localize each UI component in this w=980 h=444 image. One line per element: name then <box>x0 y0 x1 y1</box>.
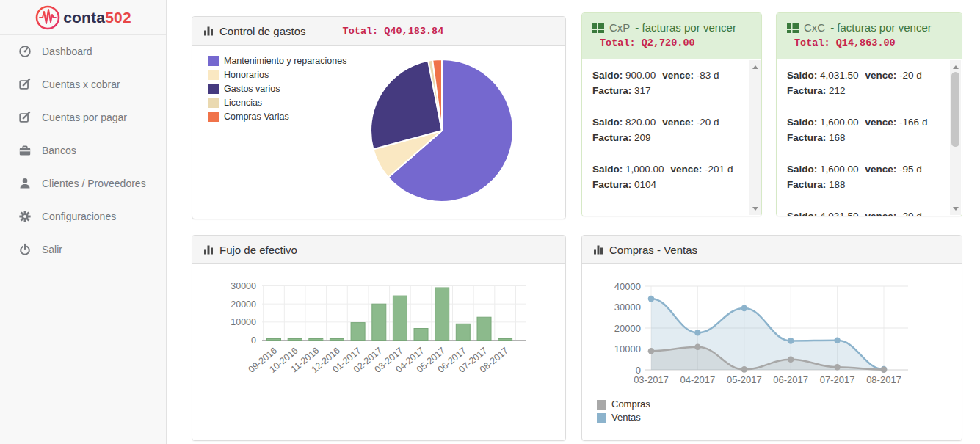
legend-swatch <box>208 98 219 108</box>
invoice-row: Saldo: 900.00vence: -83 dFactura: 317 <box>582 59 761 106</box>
invoice-row: Saldo: 1,000.00vence: -201 dFactura: 010… <box>582 153 761 200</box>
svg-text:40000: 40000 <box>614 281 641 292</box>
cxc-scrollbar[interactable] <box>950 60 961 215</box>
th-list-icon <box>787 23 799 33</box>
edit-icon <box>18 111 32 124</box>
legend-item: Mantenimiento y reparaciones <box>208 56 346 66</box>
compras-ventas-legend: ComprasVentas <box>597 399 650 426</box>
panel-title: Compras - Ventas <box>609 244 697 256</box>
invoice-row: Saldo: 820.00vence: -20 dFactura: 209 <box>582 106 761 153</box>
sidebar-item-clientes-proveedores[interactable]: Clientes / Proveedores <box>0 167 166 200</box>
power-icon <box>18 243 32 256</box>
expense-legend: Mantenimiento y reparacionesHonorariosGa… <box>208 56 346 125</box>
user-icon <box>18 177 32 190</box>
bar-chart-icon <box>203 244 214 255</box>
bar-chart-icon <box>593 244 603 255</box>
legend-item: Licencias <box>208 98 346 108</box>
panel-flujo-efectivo: Fujo de efectivo 010000200003000009-2016… <box>192 235 566 441</box>
cxc-invoice-list: Saldo: 4,031.50vence: -20 dFactura: 212S… <box>777 59 962 216</box>
panel-title-rest: - facturas por vencer <box>830 21 932 34</box>
scroll-thumb[interactable] <box>951 72 959 147</box>
bar-chart-icon <box>203 26 214 36</box>
legend-swatch <box>208 84 219 94</box>
svg-text:04-2017: 04-2017 <box>680 374 716 385</box>
cxp-scrollbar[interactable] <box>749 60 761 215</box>
sidebar-item-label: Salir <box>42 244 62 255</box>
panel-title: Control de gastos <box>219 25 306 37</box>
scroll-down-arrow[interactable] <box>749 203 761 214</box>
invoice-row: Saldo: 4,031.50vence: -20 d <box>777 200 962 216</box>
legend-swatch <box>597 413 606 423</box>
sidebar-item-salir[interactable]: Salir <box>0 233 166 266</box>
scroll-up-arrow[interactable] <box>950 62 961 72</box>
panel-cxc-facturas: CxC - facturas por vencer Total: Q14,863… <box>776 12 962 216</box>
panel-heading: Control de gastos Total: Q40,183.84 <box>192 17 565 46</box>
sidebar-nav: DashboardCuentas x cobrarCuentas por pag… <box>0 35 166 266</box>
sidebar-item-bancos[interactable]: Bancos <box>0 134 166 167</box>
sidebar: conta502 DashboardCuentas x cobrarCuenta… <box>0 0 167 444</box>
panel-heading: CxC - facturas por vencer Total: Q14,863… <box>777 13 962 59</box>
svg-text:10000: 10000 <box>231 317 256 327</box>
svg-text:20000: 20000 <box>231 299 256 310</box>
legend-swatch <box>208 56 219 66</box>
legend-swatch <box>208 112 219 122</box>
edit-icon <box>18 78 32 91</box>
svg-text:30000: 30000 <box>614 302 641 313</box>
panel-heading: Compras - Ventas <box>582 236 962 264</box>
gauge-icon <box>18 45 32 58</box>
brand[interactable]: conta502 <box>0 0 166 35</box>
panel-compras-ventas: Compras - Ventas 01000020000300004000003… <box>581 235 962 441</box>
gear-icon <box>18 210 32 223</box>
expenses-total: Total: Q40,183.84 <box>343 26 444 37</box>
briefcase-icon <box>18 144 32 157</box>
sidebar-item-label: Bancos <box>42 145 76 156</box>
svg-text:30000: 30000 <box>231 281 256 291</box>
svg-text:10000: 10000 <box>614 343 641 354</box>
sidebar-item-dashboard[interactable]: Dashboard <box>0 35 166 68</box>
legend-item: Ventas <box>597 412 650 423</box>
svg-text:06-2017: 06-2017 <box>773 374 808 385</box>
svg-text:08-2017: 08-2017 <box>866 374 901 385</box>
scroll-up-arrow[interactable] <box>749 62 761 72</box>
panel-title-code: CxC <box>804 21 825 34</box>
expense-chart-area: Mantenimiento y reparacionesHonorariosGa… <box>192 46 565 219</box>
scroll-down-arrow[interactable] <box>950 203 961 214</box>
panel-control-de-gastos: Control de gastos Total: Q40,183.84 Mant… <box>192 16 566 219</box>
brand-number: 502 <box>105 9 131 26</box>
brand-logo-icon <box>35 4 61 31</box>
cashflow-chart-area: 010000200003000009-201610-201611-201612-… <box>192 264 565 440</box>
sales-chart-area: 01000020000300004000003-201704-201705-20… <box>582 264 962 440</box>
svg-text:05-2017: 05-2017 <box>727 374 762 385</box>
invoice-row: Saldo: 4,031.50vence: -20 dFactura: 212 <box>777 59 962 106</box>
invoice-row: Saldo: 1,600.00vence: -166 dFactura: 168 <box>777 106 962 153</box>
sidebar-item-label: Cuentas x cobrar <box>42 79 120 90</box>
invoice-row: Saldo: 1,600.00vence: -95 dFactura: 188 <box>777 153 962 200</box>
sidebar-item-label: Clientes / Proveedores <box>42 178 146 189</box>
svg-text:07-2017: 07-2017 <box>820 374 855 385</box>
panel-cxp-facturas: CxP - facturas por vencer Total: Q2,720.… <box>581 12 762 216</box>
sidebar-item-label: Dashboard <box>42 46 92 57</box>
panel-title-rest: - facturas por vencer <box>635 21 736 34</box>
panel-heading: CxP - facturas por vencer Total: Q2,720.… <box>582 13 761 59</box>
cashflow-bar-chart: 010000200003000009-201610-201611-201612-… <box>192 264 565 440</box>
sidebar-item-label: Cuentas por pagar <box>42 112 127 123</box>
cxc-total: Total: Q14,863.00 <box>794 37 951 48</box>
legend-swatch <box>597 400 606 410</box>
brand-name: conta <box>63 9 105 26</box>
sidebar-item-label: Configuraciones <box>42 211 116 222</box>
legend-swatch <box>208 70 219 80</box>
sidebar-item-cuentas-por-pagar[interactable]: Cuentas por pagar <box>0 101 166 134</box>
th-list-icon <box>592 23 604 33</box>
svg-text:03-2017: 03-2017 <box>634 374 669 385</box>
legend-item: Honorarios <box>208 70 346 80</box>
dashboard-page: conta502 DashboardCuentas x cobrarCuenta… <box>0 0 980 444</box>
legend-item: Compras Varias <box>208 112 346 122</box>
cxp-total: Total: Q2,720.00 <box>600 37 751 48</box>
legend-item: Compras <box>597 399 650 410</box>
cxp-invoice-list: Saldo: 900.00vence: -83 dFactura: 317Sal… <box>582 59 761 216</box>
panel-heading: Fujo de efectivo <box>192 236 565 264</box>
svg-text:0: 0 <box>251 335 256 346</box>
sidebar-item-configuraciones[interactable]: Configuraciones <box>0 200 166 233</box>
panel-title-code: CxP <box>609 21 630 34</box>
sidebar-item-cuentas-x-cobrar[interactable]: Cuentas x cobrar <box>0 68 166 101</box>
